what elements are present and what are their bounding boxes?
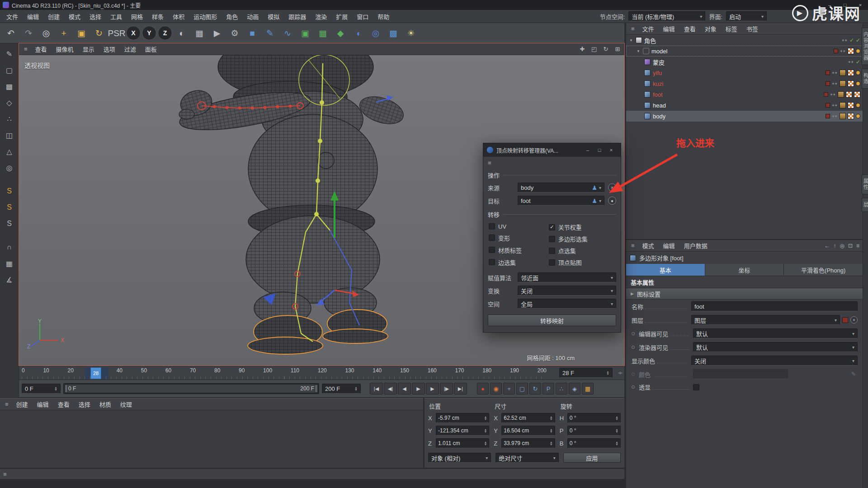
add-volume-icon[interactable]: ▩ (385, 25, 401, 41)
enabled-check-icon[interactable]: ✓ (849, 37, 854, 43)
display-tag-icon[interactable] (856, 49, 860, 53)
psr-keys-icon[interactable]: PSR (108, 25, 125, 41)
render-settings-icon[interactable]: ⚙ (226, 25, 243, 41)
attribute-menu-icon[interactable]: ≡ (628, 242, 638, 249)
texture-tag-icon[interactable] (848, 80, 854, 87)
record-position-icon[interactable]: + (503, 383, 515, 394)
weight-tag-icon[interactable] (838, 91, 844, 98)
renderer-visibility-dropdown[interactable]: 默认▾ (693, 342, 858, 352)
menubar-item[interactable]: 选择 (85, 11, 106, 22)
menubar-item[interactable]: 样条 (147, 11, 168, 22)
expand-caret-icon[interactable]: ▾ (629, 38, 633, 42)
viewport-menu-item[interactable]: 面板 (141, 43, 161, 55)
object-manager-menu-item[interactable]: 文件 (638, 23, 659, 34)
dialog-menu-icon[interactable]: ≡ (488, 160, 616, 166)
menubar-item[interactable]: 扩展 (331, 11, 352, 22)
rotate-view-icon[interactable]: ↻ (601, 45, 611, 54)
weight-tag-icon[interactable] (840, 70, 846, 76)
tab-coordinates[interactable]: 坐标 (705, 264, 784, 276)
icon-settings-group[interactable]: ▶ 图标设置 (626, 288, 863, 300)
add-effector-icon[interactable]: ◆ (332, 25, 349, 41)
menubar-item[interactable]: 编辑 (23, 11, 43, 22)
move-tool-icon[interactable]: + (56, 25, 72, 41)
material-list-area[interactable] (0, 410, 423, 468)
layer-color-chip[interactable] (826, 103, 830, 108)
object-manager-menu-item[interactable]: 书签 (742, 23, 763, 34)
viewport-menu-item[interactable]: 查看 (31, 43, 52, 55)
transfer-map-button[interactable]: 转移映射 (488, 314, 616, 326)
attribute-menu-item[interactable]: 编辑 (659, 240, 679, 251)
timeline-ruler[interactable]: 0102030405060708090100110120130140150160… (19, 366, 624, 380)
minimize-button[interactable]: – (822, 0, 837, 10)
viewport-menu-item[interactable]: 选项 (99, 43, 120, 55)
point-mode-icon[interactable]: ∴ (3, 112, 16, 126)
x-axis-lock-icon[interactable]: X (126, 26, 141, 40)
attribute-menu-item[interactable]: 模式 (638, 240, 659, 251)
lock-icon[interactable]: ⊡ (846, 243, 854, 249)
texture-tag-icon[interactable] (854, 91, 860, 98)
object-row-character[interactable]: ▾ 角色 ●● ✓ ✓ (626, 35, 863, 46)
material-menu-icon[interactable]: ≡ (2, 401, 12, 408)
tab-phong[interactable]: 平滑着色(Phong) (784, 264, 863, 276)
menubar-item[interactable]: 运动图形 (189, 11, 222, 22)
viewport-solo-off-icon[interactable]: S (3, 184, 16, 198)
view-label[interactable]: 透视视图 (24, 61, 50, 70)
material-menu-item[interactable]: 材质 (95, 399, 116, 410)
toggle-views-icon[interactable]: ⊞ (613, 45, 623, 54)
enabled-check-icon[interactable]: ✓ (856, 59, 860, 65)
dock-tab[interactable]: 构造 (862, 69, 868, 89)
record-rotation-icon[interactable]: ↻ (529, 383, 541, 394)
dock-tab[interactable]: 属性 (862, 174, 868, 194)
material-menu-item[interactable]: 选择 (74, 399, 95, 410)
object-manager-menu-item[interactable]: 编辑 (659, 23, 679, 34)
texture-tag-icon[interactable] (848, 70, 854, 76)
record-pla-icon[interactable]: ∴ (556, 383, 567, 394)
next-key-icon[interactable]: |▶ (440, 383, 453, 394)
z-axis-lock-icon[interactable]: Z (158, 26, 172, 40)
material-menu-item[interactable]: 创建 (12, 399, 33, 410)
menubar-item[interactable]: 模式 (64, 11, 85, 22)
add-field-icon[interactable]: ◎ (368, 25, 384, 41)
add-spline-icon[interactable]: ∿ (279, 25, 296, 41)
pan-view-icon[interactable]: ✚ (577, 45, 587, 54)
viewport-menu-icon[interactable]: ≡ (21, 46, 31, 52)
transfer-checkbox[interactable]: 顶点贴图 (549, 258, 615, 267)
expand-caret-icon[interactable]: ▾ (636, 49, 641, 53)
record-keyframe-icon[interactable]: ● (477, 383, 489, 394)
object-row-yifu[interactable]: yifu ●● (626, 67, 863, 78)
size-mode-dropdown[interactable]: 绝对尺寸▾ (495, 453, 558, 463)
object-manager-menu-icon[interactable]: ≡ (628, 25, 638, 32)
object-row-head[interactable]: head ●● (626, 100, 863, 111)
record-parameter-icon[interactable]: P (542, 383, 554, 394)
coordinate-system-icon[interactable]: ◐ (174, 25, 190, 41)
undo-icon[interactable]: ↶ (3, 25, 19, 41)
layer-color-chip[interactable] (842, 317, 848, 323)
end-frame-field[interactable]: 200 F ▲▼ (322, 384, 361, 394)
weight-tag-icon[interactable] (840, 102, 846, 108)
layer-color-chip[interactable] (834, 49, 838, 53)
workplane-snap-icon[interactable]: ▦ (3, 257, 16, 270)
search-icon[interactable]: ◎ (838, 243, 846, 249)
interface-dropdown[interactable]: 启动▾ (726, 11, 767, 21)
visibility-dots-icon[interactable]: ●● (832, 114, 838, 118)
animatable-dot-icon[interactable] (632, 346, 635, 349)
add-cube-icon[interactable]: ■ (244, 25, 260, 41)
panel-options-icon[interactable]: ≡ (854, 243, 861, 249)
goto-start-icon[interactable]: |◀ (370, 383, 383, 394)
y-axis-lock-icon[interactable]: Y (142, 26, 156, 40)
scale-tool-icon[interactable]: ▣ (73, 25, 90, 41)
tab-basic[interactable]: 基本 (626, 264, 705, 276)
transfer-checkbox[interactable]: 关节权重 (549, 223, 615, 231)
coordinate-mode-dropdown[interactable]: 对象 (相对)▾ (428, 453, 491, 463)
animatable-dot-icon[interactable] (632, 332, 635, 335)
menubar-item[interactable]: 角色 (222, 11, 242, 22)
attribute-menu-item[interactable]: 用户数据 (679, 240, 712, 251)
polygon-mode-icon[interactable]: △ (3, 145, 16, 158)
target-pick-button[interactable]: ● (608, 197, 616, 205)
menubar-item[interactable]: 窗口 (352, 11, 373, 22)
start-frame-field[interactable]: 0 F ▲▼ (22, 384, 61, 394)
autokey-icon[interactable]: ◉ (490, 383, 502, 394)
display-tag-icon[interactable] (856, 81, 860, 86)
transform-dropdown[interactable]: 关闭▾ (518, 286, 616, 296)
layer-color-chip[interactable] (824, 92, 828, 97)
